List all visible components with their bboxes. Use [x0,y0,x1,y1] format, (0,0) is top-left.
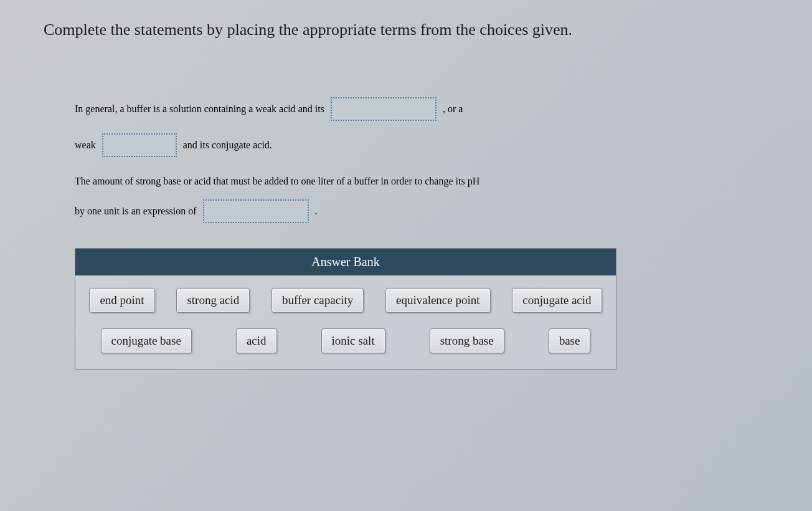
answer-chip-conjugate-base[interactable]: conjugate base [101,328,192,353]
answer-chip-strong-acid[interactable]: strong acid [176,288,250,313]
answer-row-2: conjugate base acid ionic salt strong ba… [85,328,607,353]
statement-segment: . [315,206,318,217]
answer-bank-title: Answer Bank [75,249,616,275]
statement-line-3: The amount of strong base or acid that m… [75,176,737,187]
statement-segment: , or a [443,103,463,115]
answer-bank-body: end point strong acid buffer capacity eq… [75,275,616,369]
statement-line-2: weak and its conjugate acid. [75,133,737,157]
statement-segment: The amount of strong base or acid that m… [75,176,479,187]
statement-segment: by one unit is an expression of [75,206,197,217]
answer-chip-end-point[interactable]: end point [89,288,154,313]
answer-chip-acid[interactable]: acid [236,328,277,353]
answer-row-1: end point strong acid buffer capacity eq… [85,288,607,313]
answer-chip-conjugate-acid[interactable]: conjugate acid [512,288,602,313]
statement-segment: weak [75,140,96,151]
answer-bank: Answer Bank end point strong acid buffer… [75,248,616,370]
answer-chip-strong-base[interactable]: strong base [430,328,504,353]
answer-chip-base[interactable]: base [549,328,591,353]
answer-chip-buffer-capacity[interactable]: buffer capacity [271,288,364,313]
drop-zone-1[interactable] [331,97,437,121]
drop-zone-3[interactable] [203,199,309,223]
statement-line-4: by one unit is an expression of . [75,199,737,223]
answer-chip-ionic-salt[interactable]: ionic salt [321,328,385,353]
statement-line-1: In general, a buffer is a solution conta… [75,97,737,121]
drop-zone-2[interactable] [102,133,177,157]
answer-chip-equivalence-point[interactable]: equivalence point [385,288,491,313]
statement-segment: and its conjugate acid. [183,140,272,151]
instruction-text: Complete the statements by placing the a… [0,0,812,47]
content-area: In general, a buffer is a solution conta… [75,97,737,370]
statement-segment: In general, a buffer is a solution conta… [75,103,324,115]
